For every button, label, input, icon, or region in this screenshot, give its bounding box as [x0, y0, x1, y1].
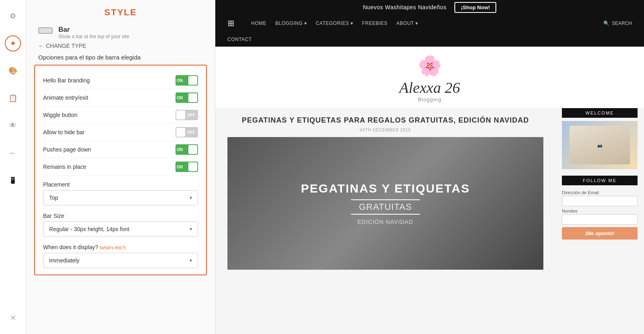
- main-content: PEGATINAS Y ETIQUETAS PARA REGALOS GRATU…: [215, 108, 644, 334]
- sidebar-name-label: Nombre: [562, 209, 638, 213]
- placement-value: Top: [49, 195, 58, 201]
- hello-bar: Nuevos Washitapes Navideños ¡Shop Now!: [215, 0, 644, 14]
- device-icon-btn[interactable]: 📱: [5, 172, 21, 188]
- toggle-hide-bar[interactable]: ON OFF: [175, 127, 198, 137]
- toggle-pushes[interactable]: ON OFF: [175, 144, 198, 155]
- flower-decoration: 🌸: [418, 55, 442, 77]
- sidebar-image: 📷: [562, 121, 638, 169]
- blog-header: 🌸 Alexxa 26 Blogging: [215, 47, 644, 108]
- opciones-title: Opciones para el tipo de barra elegida: [26, 49, 215, 65]
- sidebar-form: Dirección de Email Nombre ¡Me apunto!: [562, 189, 638, 241]
- blog-logo: Alexxa 26: [399, 79, 460, 96]
- toggle-remains[interactable]: ON OFF: [175, 162, 198, 172]
- option-row-wiggle: Wiggle button ON OFF: [43, 107, 198, 124]
- blog-posts: PEGATINAS Y ETIQUETAS PARA REGALOS GRATU…: [215, 108, 555, 334]
- toggle-branding[interactable]: ON OFF: [175, 75, 198, 86]
- panel-title: STYLE: [26, 0, 215, 22]
- site-nav: ⊞ HOME BLOGGING ▾ CATEGORIES ▾ FREEBIES …: [215, 14, 644, 32]
- when-display-hint[interactable]: (what's this?): [100, 245, 126, 250]
- nav-contact[interactable]: CONTACT: [227, 37, 252, 42]
- site-logo-icon: ⊞: [227, 18, 234, 28]
- search-label: SEARCH: [612, 20, 632, 26]
- toggle-knob-remains: [188, 162, 197, 171]
- post-date: 04TH DECEMBER 2015: [227, 128, 543, 132]
- post-image-text3: EDICIÓN NAVIDAD: [357, 219, 413, 225]
- option-row-hide-bar: Allow to hide bar ON OFF: [43, 124, 198, 141]
- nav-about[interactable]: ABOUT ▾: [396, 20, 418, 26]
- toggle-animate[interactable]: ON OFF: [175, 92, 198, 103]
- option-row-branding: Hello Bar branding ON OFF: [43, 72, 198, 89]
- icon-sidebar: ⚙ ✦ 🎨 📋 👁 ← 📱 ✕: [0, 0, 26, 334]
- toggle-wiggle[interactable]: ON OFF: [175, 110, 198, 120]
- nav-blogging[interactable]: BLOGGING ▾: [275, 20, 307, 26]
- preview-area: Nuevos Washitapes Navideños ¡Shop Now! ⊞…: [215, 0, 644, 334]
- close-icon-btn[interactable]: ✕: [5, 310, 21, 326]
- when-display-value: Immediately: [49, 257, 79, 264]
- chevron-down-icon-3: ▾: [190, 258, 192, 263]
- sidebar-email-label: Dirección de Email: [562, 190, 638, 195]
- nav-freebies[interactable]: FREEBIES: [362, 20, 387, 26]
- bar-info-title: Bar: [58, 26, 129, 34]
- sidebar-widget-follow: FOLLOW ME Dirección de Email Nombre ¡Me …: [562, 176, 638, 241]
- post-image-text1: PEGATINAS Y ETIQUETAS: [301, 182, 470, 195]
- change-type-label: CHANGE TYPE: [46, 43, 86, 49]
- bar-size-dropdown[interactable]: Regular - 30px height, 14px font ▾: [43, 221, 198, 237]
- bar-info: Bar Show a bar at the top of your site: [26, 22, 215, 39]
- option-label-wiggle: Wiggle button: [43, 112, 78, 118]
- blog-subtitle: Blogging: [418, 96, 442, 102]
- toggle-knob-wiggle: [176, 111, 185, 119]
- option-label-hide-bar: Allow to hide bar: [43, 129, 85, 135]
- sidebar-email-input[interactable]: [562, 196, 638, 206]
- palette-icon-btn[interactable]: 🎨: [5, 63, 21, 79]
- wand-icon-btn[interactable]: ✦: [5, 35, 21, 51]
- hello-bar-btn[interactable]: ¡Shop Now!: [454, 2, 496, 13]
- search-icon: 🔍: [603, 20, 609, 26]
- options-box: Hello Bar branding ON OFF Animate entry/…: [34, 65, 207, 275]
- post-image-overlay: PEGATINAS Y ETIQUETAS GRATUITAS EDICIÓN …: [227, 137, 543, 270]
- toggle-knob-branding: [188, 76, 197, 85]
- post-image-text2: GRATUITAS: [351, 199, 420, 215]
- placement-dropdown[interactable]: Top ▾: [43, 190, 198, 205]
- arrow-left-icon: ←: [38, 43, 44, 49]
- nav-categories[interactable]: CATEGORIES ▾: [316, 20, 353, 26]
- post-title: PEGATINAS Y ETIQUETAS PARA REGALOS GRATU…: [227, 116, 543, 125]
- option-label-animate: Animate entry/exit: [43, 94, 88, 101]
- bar-size-value: Regular - 30px height, 14px font: [49, 226, 129, 232]
- when-display-dropdown[interactable]: Immediately ▾: [43, 253, 198, 268]
- when-display-label: When does it display?: [43, 244, 98, 250]
- when-display-section: When does it display? (what's this?): [43, 244, 198, 250]
- toggle-knob-animate: [188, 93, 197, 102]
- eye-icon-btn[interactable]: 👁: [5, 117, 21, 133]
- sidebar-name-input[interactable]: [562, 214, 638, 225]
- post-image: PEGATINAS Y ETIQUETAS GRATUITAS EDICIÓN …: [227, 137, 543, 270]
- sidebar-welcome-title: WELCOME: [562, 108, 638, 118]
- change-type-link[interactable]: ← CHANGE TYPE: [26, 39, 215, 49]
- bar-size-label: Bar Size: [43, 213, 198, 219]
- back-icon-btn[interactable]: ←: [5, 145, 21, 161]
- option-row-remains: Remains in place ON OFF: [43, 158, 198, 176]
- hello-bar-text: Nuevos Washitapes Navideños: [363, 4, 447, 10]
- option-label-pushes: Pushes page down: [43, 146, 91, 153]
- chevron-down-icon-2: ▾: [190, 226, 192, 232]
- option-label-branding: Hello Bar branding: [43, 77, 90, 84]
- placement-label: Placement: [43, 181, 198, 188]
- site-nav2: CONTACT: [215, 32, 644, 47]
- option-label-remains: Remains in place: [43, 164, 86, 170]
- style-panel: STYLE Bar Show a bar at the top of your …: [26, 0, 215, 334]
- search-area[interactable]: 🔍 SEARCH: [603, 20, 632, 26]
- bar-icon: [38, 27, 53, 34]
- chevron-down-icon: ▾: [190, 195, 192, 201]
- gear-icon-btn[interactable]: ⚙: [5, 8, 21, 24]
- option-row-pushes: Pushes page down ON OFF: [43, 141, 198, 158]
- toggle-knob-pushes: [188, 145, 197, 154]
- clipboard-icon-btn[interactable]: 📋: [5, 90, 21, 106]
- sidebar-widget-welcome: WELCOME 📷: [562, 108, 638, 169]
- bar-info-desc: Show a bar at the top of your site: [58, 34, 129, 39]
- toggle-knob-hide-bar: [176, 128, 185, 137]
- blog-sidebar: WELCOME 📷 FOLLOW ME Dirección de Email N…: [555, 108, 644, 334]
- option-row-animate: Animate entry/exit ON OFF: [43, 89, 198, 107]
- sidebar-image-inner: 📷: [570, 126, 630, 164]
- sidebar-submit-btn[interactable]: ¡Me apunto!: [562, 227, 638, 240]
- nav-home[interactable]: HOME: [251, 20, 266, 26]
- sidebar-follow-title: FOLLOW ME: [562, 176, 638, 185]
